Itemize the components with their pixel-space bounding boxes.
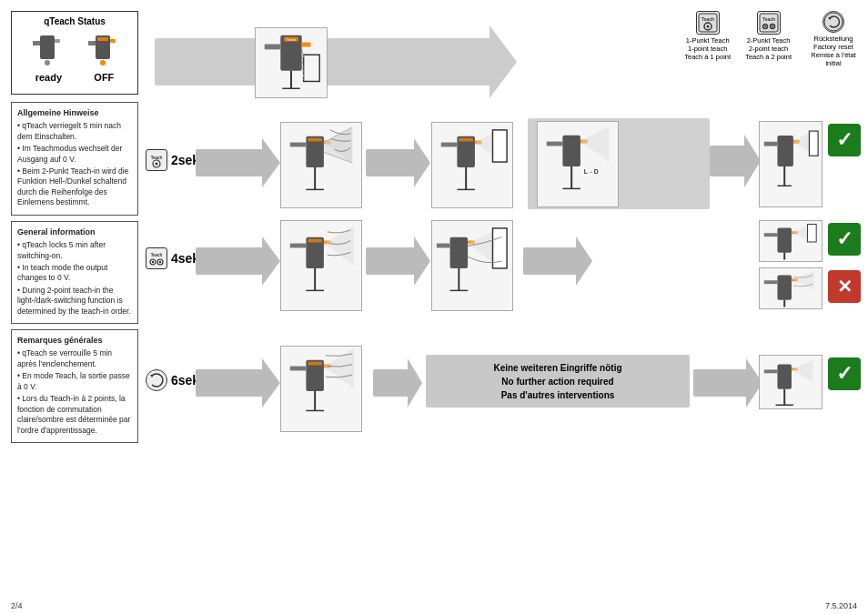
legend-1punkt-line3: Teach à 1 point <box>684 53 731 61</box>
no-action-box: Keine weiteren Eingriffe nötig No furthe… <box>426 355 690 408</box>
svg-rect-73 <box>308 239 322 243</box>
svg-rect-58 <box>777 136 792 166</box>
svg-rect-84 <box>777 227 792 252</box>
row3-arrow2 <box>373 369 409 397</box>
svg-point-67 <box>152 261 154 263</box>
left-panel: qTeach Status <box>11 11 138 596</box>
svg-marker-93 <box>792 271 814 290</box>
off-label: OFF <box>94 72 114 83</box>
top-arrow-head <box>490 25 517 98</box>
legend-1punkt-line1: 1-Punkt Teach <box>686 36 730 45</box>
legend-reset: Rückstellung Factory reset Remise à l'ét… <box>806 11 861 67</box>
legend-2punkt-line1: 2-Punkt Teach <box>747 36 791 45</box>
row1-arrow2-head <box>414 138 430 187</box>
sensor-row1-final <box>759 121 823 207</box>
footer-date: 7.5.2014 <box>825 601 857 610</box>
row2-arrow1-head <box>262 237 280 286</box>
step-2sek-icon: Teach <box>146 149 167 171</box>
info-french-p1: qTeach se verrouille 5 min après l'encle… <box>17 348 132 369</box>
info-english-p3: During 2-point teach-in the light-/dark-… <box>17 286 132 317</box>
svg-rect-59 <box>764 142 778 146</box>
svg-rect-78 <box>437 244 450 248</box>
status-icons <box>19 32 130 66</box>
info-box-german: Allgemeine Hinweise qTeach verriegelt 5 … <box>11 102 138 216</box>
row2-check <box>828 223 861 256</box>
svg-text:Teach: Teach <box>151 156 163 160</box>
step-2sek-label: Teach 2sek <box>146 149 199 171</box>
no-action-line2: No further action required <box>493 375 621 388</box>
info-english-p2: In teach mode the output changes to 0 V. <box>17 263 132 284</box>
sensor-row2-step2 <box>431 220 513 311</box>
row-6sek: 6sek Kei <box>146 344 861 435</box>
sensor-row1-step3: L→D <box>537 121 619 207</box>
sensor-row1-step2 <box>431 122 513 208</box>
svg-rect-10 <box>265 45 281 50</box>
row1-arrow1-head <box>262 138 280 187</box>
svg-marker-106 <box>792 360 812 382</box>
info-french-p2: En mode Teach, la sortie passe à 0 V. <box>17 371 132 392</box>
legend-2punkt-line2: 2-point teach <box>749 45 788 53</box>
row-2sek: Teach 2sek <box>146 118 861 214</box>
svg-rect-35 <box>290 143 307 147</box>
step-4sek-label: Teach 4sek <box>146 247 199 269</box>
svg-rect-11 <box>302 43 311 47</box>
legend-reset-line2: Factory reset <box>813 43 853 51</box>
svg-rect-8 <box>97 37 108 41</box>
svg-rect-91 <box>764 280 778 284</box>
svg-point-22 <box>706 25 709 28</box>
svg-rect-103 <box>777 365 792 389</box>
legend-2punkt-icon: Teach <box>757 11 781 35</box>
footer: 2/4 7.5.2014 <box>11 601 857 610</box>
svg-text:L→D: L→D <box>584 168 599 175</box>
svg-rect-12 <box>304 55 320 81</box>
svg-text:Teach: Teach <box>287 37 296 42</box>
step-4sek-icon: Teach <box>146 247 167 269</box>
legend-reset-icon <box>823 11 844 33</box>
svg-rect-46 <box>459 138 473 142</box>
svg-text:Teach: Teach <box>701 16 714 22</box>
sensor-box-top-1: Teach <box>255 27 328 98</box>
row1-check <box>828 124 861 156</box>
svg-rect-77 <box>450 237 469 268</box>
legend-2punkt-line3: Teach à 2 point <box>745 53 792 61</box>
svg-rect-1 <box>33 41 40 45</box>
no-action-line3: Pas d'autres interventions <box>493 388 621 402</box>
row2-arrow2-head <box>414 237 430 286</box>
row2-arrow1 <box>196 247 264 275</box>
sensor-row2-result-check <box>759 220 823 262</box>
row2-arrow2 <box>366 247 416 275</box>
svg-marker-95 <box>150 375 154 377</box>
svg-rect-97 <box>290 367 307 371</box>
legend-row: Teach 1-Punkt Teach 1-point teach Teach … <box>684 11 861 67</box>
ready-sensor <box>33 32 62 66</box>
svg-rect-37 <box>308 138 322 142</box>
info-box-french-title: Remarques générales <box>17 335 132 346</box>
row3-arrow1-head <box>262 358 280 408</box>
sensor-row1-step1 <box>280 122 362 208</box>
row2-arrow3-head <box>576 237 592 286</box>
info-box-english: General information qTeach locks 5 min a… <box>11 221 138 324</box>
status-labels: ready OFF <box>19 70 130 83</box>
svg-rect-48 <box>492 130 507 162</box>
row2-arrow3 <box>523 247 578 275</box>
info-box-english-title: General information <box>17 226 132 237</box>
no-action-text: Keine weiteren Eingriffe nötig No furthe… <box>493 361 621 402</box>
legend-1punkt: Teach 1-Punkt Teach 1-point teach Teach … <box>684 11 731 61</box>
svg-rect-85 <box>764 233 778 237</box>
svg-rect-71 <box>290 244 307 248</box>
sensor-diagram-top: Teach <box>256 27 327 98</box>
ready-label: ready <box>35 72 62 83</box>
svg-rect-88 <box>807 225 816 242</box>
legend-reset-line3: Remise à l'état initial <box>806 51 861 67</box>
svg-text:Teach: Teach <box>151 253 163 257</box>
info-english-p1: qTeach locks 5 min after switching-on. <box>17 240 132 261</box>
legend-1punkt-icon: Teach <box>696 11 720 35</box>
row1-arrow2 <box>366 149 416 176</box>
svg-rect-5 <box>88 41 96 45</box>
row1-arrow1 <box>196 149 264 176</box>
svg-text:Teach: Teach <box>762 16 775 22</box>
top-row: Teach Teach 1-Punkt Teach 1-p <box>146 11 861 120</box>
sensor-row2-result-x <box>759 267 823 309</box>
row3-check <box>828 357 861 390</box>
row1-right-arrow-body <box>710 146 746 176</box>
